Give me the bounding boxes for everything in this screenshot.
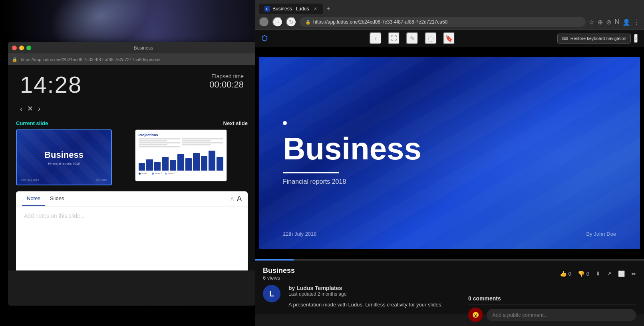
comment-avatar: 😮 [468,308,483,322]
download-icon: ⬇ [596,270,600,277]
bookmark-icon[interactable]: ☆ [589,18,594,26]
elapsed-time: 00:00:28 [209,80,244,90]
speaker-window: Business 🔒 https://app.ludus.one/2b24ed0… [8,42,256,306]
extension-icon-2[interactable]: ⊘ [606,18,611,26]
extension-icon-1[interactable]: ⊕ [598,18,603,26]
tab-close-button[interactable]: ✕ [314,6,317,12]
legend-dot-1 [139,173,141,175]
legend-dot-3 [165,173,167,175]
thumbs-down-icon: 👎 [578,270,584,277]
window-title: Business [35,45,252,51]
save-button[interactable]: ⬜ [618,270,625,277]
video-title: Business [263,266,295,275]
current-slide-thumb: Business Financial reports 2018 13th Jul… [16,129,112,185]
extension-icon-3[interactable]: N [614,18,619,26]
chart-bar [170,160,177,171]
back-button[interactable]: ← [259,17,269,27]
pen-button[interactable]: ✎ [406,32,418,44]
timer-controls: ‹ ✕ › [20,104,82,113]
bookmark-pres-button[interactable]: 🔖 [443,32,455,44]
current-slide-date: 13th July 2018 [21,179,39,181]
lock-icon: 🔒 [12,57,18,62]
elapsed-label: Elapsed time [209,73,244,80]
close-button[interactable]: ✕ [27,104,33,113]
chart-bar [209,151,215,171]
elapsed-area: Elapsed time 00:00:28 [209,73,244,90]
browser-window: L Business · Ludus ✕ + ← → ↻ 🔒 https://a… [255,0,644,326]
new-tab-button[interactable]: + [323,3,334,14]
profile-icon[interactable]: 👤 [622,18,630,26]
main-slide-subtitle: Financial reports 2018 [283,178,616,185]
next-slide-section: Next slide Projections [135,120,248,185]
chart-bar [185,158,192,171]
font-size-small[interactable]: A [231,196,234,202]
chart-bar [177,154,184,171]
prev-slide-button[interactable]: ‹ [20,105,22,113]
url-text-left: https://app.ludus.one/2b24ed08-7c33-4f87… [21,57,161,62]
tab-slides[interactable]: Slides [45,191,69,206]
expand-button[interactable]: ⇔ [631,270,636,277]
tab-notes[interactable]: Notes [22,191,45,206]
url-text-right: https://app.ludus.one/2b24ed08-7c33-4f87… [313,19,447,25]
text-col-2 [182,138,223,148]
dislike-count: 0 [586,271,589,277]
notes-body[interactable]: Add notes on this slide... [16,207,248,270]
tab-favicon: L [264,6,270,12]
next-slide-label: Next slide [135,120,248,126]
url-bar-right[interactable]: 🔒 https://app.ludus.one/2b24ed08-7c33-4f… [300,17,586,27]
chart-bar [146,159,153,171]
text-line [182,140,211,141]
comment-input-row: 😮 [468,308,636,322]
legend-label-2: Series 2 [155,172,162,175]
text-line [182,142,223,143]
current-slide-label: Current slide [16,120,129,126]
pres-next-button[interactable]: › [634,34,638,43]
next-slide-inner: Projections [135,130,227,181]
url-bar-left: 🔒 https://app.ludus.one/2b24ed08-7c33-4f… [8,54,256,65]
mac-dots [12,46,31,50]
next-slide-thumb: Projections [135,129,227,181]
close-dot[interactable] [12,46,17,50]
menu-icon[interactable]: ⋮ [634,18,640,26]
comments-count: 0 comments [468,295,636,304]
chart-bar [162,157,169,171]
text-line [139,142,180,143]
select-button[interactable]: ⬚ [425,32,437,44]
text-col-1 [139,138,180,148]
minimize-dot[interactable] [19,46,24,50]
presentation-toolbar: ⬡ ‹ ⛶ ✎ ⬚ 🔖 ⌨ Restore keyboard navigatio… [255,30,644,47]
download-button[interactable]: ⬇ [596,270,600,277]
prev-pres-button[interactable]: ‹ [370,32,382,44]
legend-dot-2 [152,173,154,175]
channel-avatar: L [263,285,280,302]
forward-button[interactable]: → [272,17,283,27]
legend-label-1: Series 1 [141,172,149,175]
current-slide-section: Current slide Business Financial reports… [16,120,129,185]
slides-preview: Current slide Business Financial reports… [8,117,256,191]
dislike-button[interactable]: 👎 0 [578,270,589,277]
share-icon: ↗ [607,270,612,277]
next-slide-button-left[interactable]: › [38,105,40,113]
toolbar-icons: ☆ ⊕ ⊘ N 👤 ⋮ [589,18,640,26]
thumbs-up-icon: 👍 [560,270,566,277]
main-slide-title: Business [283,133,616,164]
share-button[interactable]: ↗ [607,270,612,277]
text-line [139,144,168,145]
ludus-logo: ⬡ [261,34,268,43]
font-size-large[interactable]: A [237,195,242,203]
fullscreen-button[interactable]: ⛶ [388,32,400,44]
comment-input[interactable] [487,309,636,321]
mac-titlebar: Business [8,42,256,54]
restore-keyboard-button[interactable]: ⌨ Restore keyboard navigation [557,34,631,44]
chart-bar [139,163,145,171]
pres-toolbar-center: ‹ ⛶ ✎ ⬚ 🔖 [272,32,553,44]
video-title-group: Business 6 views [263,266,295,281]
active-browser-tab[interactable]: L Business · Ludus ✕ [259,4,323,14]
like-button[interactable]: 👍 0 [560,270,571,277]
expand-icon: ⇔ [631,270,636,277]
restore-keyboard-label: Restore keyboard navigation [570,36,626,41]
refresh-button[interactable]: ↻ [286,17,296,27]
legend-label-3: Series 3 [168,172,175,175]
speaker-content: 14:28 ‹ ✕ › Elapsed time 00:00:28 Curren… [8,65,256,270]
maximize-dot[interactable] [26,46,31,50]
